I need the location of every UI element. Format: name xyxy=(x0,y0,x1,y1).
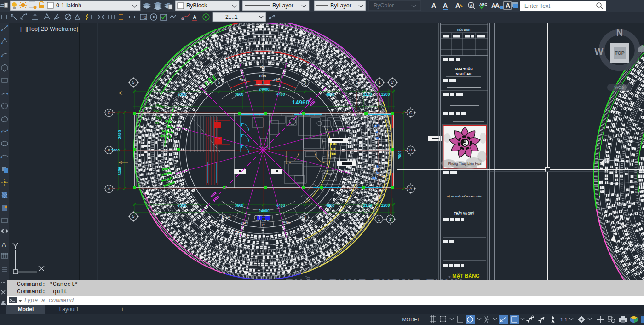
svg-text:24000: 24000 xyxy=(259,87,270,92)
svg-text:5: 5 xyxy=(221,215,224,220)
svg-text:B: B xyxy=(108,148,110,152)
svg-text:A: A xyxy=(506,2,510,9)
svg-text:HIỆU ĐÍNH: HIỆU ĐÍNH xyxy=(457,28,470,31)
svg-text:5: 5 xyxy=(218,80,220,85)
svg-text:PHẦN CUNG PHONG THỦY: PHẦN CUNG PHONG THỦY xyxy=(285,275,464,280)
svg-text:Enter Text: Enter Text xyxy=(524,3,551,9)
svg-text:1: 1 xyxy=(378,217,380,221)
svg-text:A: A xyxy=(443,2,448,9)
svg-text:3600: 3600 xyxy=(117,130,122,139)
svg-text:N: N xyxy=(616,28,623,38)
svg-text:A: A xyxy=(495,2,500,9)
svg-text:7300: 7300 xyxy=(178,203,187,208)
svg-text:1200: 1200 xyxy=(381,92,390,97)
svg-text:A: A xyxy=(455,2,460,9)
svg-text:4900: 4900 xyxy=(326,203,335,208)
svg-text:A: A xyxy=(470,3,473,8)
svg-text:Phong Thủy Liên Hoa: Phong Thủy Liên Hoa xyxy=(448,162,482,166)
svg-text:2: 2 xyxy=(355,217,357,221)
svg-text:ĐÔN: ĐÔN xyxy=(259,74,266,78)
svg-text:7000: 7000 xyxy=(111,148,120,152)
svg-text:2100: 2100 xyxy=(363,203,372,208)
svg-text:A: A xyxy=(409,186,412,191)
svg-text:A: A xyxy=(431,2,436,9)
svg-text:1200: 1200 xyxy=(381,203,390,208)
svg-text:0-1-lakinh: 0-1-lakinh xyxy=(56,2,81,9)
svg-text:ByLayer: ByLayer xyxy=(330,2,351,9)
svg-text:2100: 2100 xyxy=(363,92,372,97)
svg-text:1: 1 xyxy=(378,80,380,85)
svg-text:MIẸU: MIẸU xyxy=(239,77,246,81)
svg-text:ByColor: ByColor xyxy=(374,2,394,9)
svg-text:1:1: 1:1 xyxy=(560,317,567,322)
svg-text:5: 5 xyxy=(132,214,134,219)
svg-text:TOP: TOP xyxy=(615,50,624,56)
svg-text:+1: +1 xyxy=(142,15,146,20)
svg-text:ByLayer: ByLayer xyxy=(272,2,293,9)
svg-text:3600: 3600 xyxy=(235,203,244,208)
svg-text:1': 1' xyxy=(389,217,392,221)
svg-text:TÝ: TÝ xyxy=(261,223,265,226)
svg-text:NGHỆ AN: NGHỆ AN xyxy=(456,72,472,76)
svg-text:BỲU: BỲU xyxy=(225,215,231,219)
svg-text:24000: 24000 xyxy=(259,209,270,213)
svg-text:2: 2 xyxy=(356,80,358,85)
svg-text:A: A xyxy=(2,241,6,248)
svg-text:ĐÔN: ĐÔN xyxy=(260,65,265,68)
svg-text:WCS: WCS xyxy=(615,85,624,90)
svg-text:B: B xyxy=(409,148,412,152)
svg-text:W: W xyxy=(595,46,604,57)
svg-text:5: 5 xyxy=(132,80,134,85)
svg-text:A: A xyxy=(193,14,197,21)
svg-text:2....1: 2....1 xyxy=(225,14,238,20)
svg-text:3600: 3600 xyxy=(235,92,244,97)
svg-text:A: A xyxy=(108,186,110,191)
svg-text:7000: 7000 xyxy=(397,150,402,159)
svg-text:5400: 5400 xyxy=(117,167,122,175)
svg-text:ANH TUẤN: ANH TUẤN xyxy=(454,67,472,71)
svg-text:C: C xyxy=(409,110,413,115)
svg-text:ByBlock: ByBlock xyxy=(186,2,207,9)
svg-text:THẦY Vũ QUÝ: THẦY Vũ QUÝ xyxy=(454,211,474,215)
svg-text:3: 3 xyxy=(304,80,306,85)
svg-text:C: C xyxy=(108,110,111,115)
svg-text:4900: 4900 xyxy=(326,92,335,97)
svg-text:7300: 7300 xyxy=(178,92,187,97)
svg-text:HẬ TRỊ THIẾT KẾ PHONG THỦY: HẬ TRỊ THIẾT KẾ PHONG THỦY xyxy=(447,195,482,198)
svg-text:1': 1' xyxy=(391,80,394,85)
svg-text:QUÝ: QUÝ xyxy=(242,221,248,225)
svg-text:14960: 14960 xyxy=(292,99,309,106)
